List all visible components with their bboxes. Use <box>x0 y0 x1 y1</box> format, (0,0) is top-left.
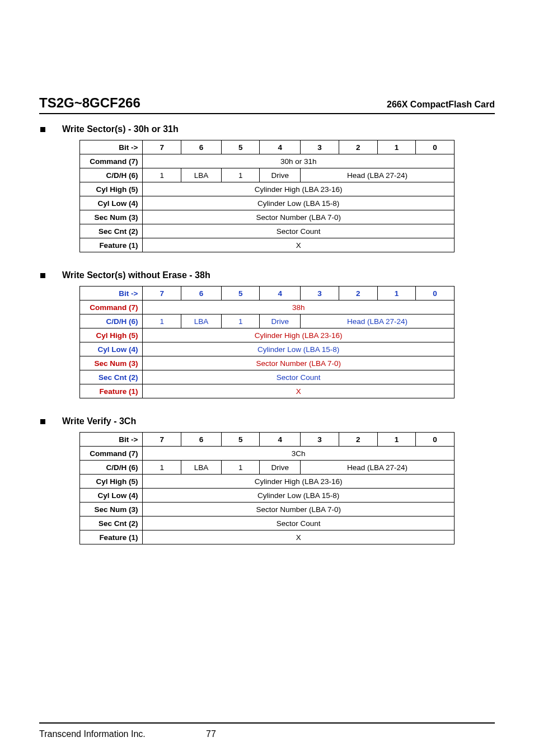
row-label: Cyl Low (4) <box>80 489 143 503</box>
bit-col: 5 <box>221 140 260 154</box>
row-label: Cyl Low (4) <box>80 196 143 210</box>
bit-col: 1 <box>377 287 416 300</box>
row-label: Feature (1) <box>80 238 143 252</box>
cell: Sector Count <box>143 516 455 530</box>
row-label: Cyl High (5) <box>80 182 143 196</box>
row-label: Sec Cnt (2) <box>80 224 143 238</box>
row-label: Feature (1) <box>80 530 143 544</box>
register-table: Bit -> 7 6 5 4 3 2 1 0 Command (7) 38h C… <box>79 286 455 398</box>
bit-col: 6 <box>181 287 222 300</box>
cell: X <box>143 384 455 398</box>
bullet-icon <box>40 127 45 132</box>
cell: Sector Count <box>143 370 455 384</box>
table-row: Sec Cnt (2) Sector Count <box>80 370 455 384</box>
content-area: TS2G~8GCF266 266X CompactFlash Card Writ… <box>39 34 495 722</box>
table-row: C/D/H (6) 1 LBA 1 Drive Head (LBA 27-24) <box>80 168 455 182</box>
bit-label: Bit -> <box>80 433 143 447</box>
cell: Drive <box>260 314 301 328</box>
bit-col: 0 <box>416 287 455 300</box>
table-row: Feature (1) X <box>80 530 455 544</box>
bit-col: 2 <box>339 433 377 447</box>
row-label: Sec Cnt (2) <box>80 370 143 384</box>
row-label: Feature (1) <box>80 384 143 398</box>
row-label: Sec Num (3) <box>80 356 143 370</box>
bit-col: 7 <box>143 287 181 300</box>
section-heading: Write Sector(s) - 30h or 31h <box>39 124 495 134</box>
footer-page: 77 <box>184 729 350 739</box>
product-title: TS2G~8GCF266 <box>39 95 140 111</box>
table-row: Sec Cnt (2) Sector Count <box>80 224 455 238</box>
table-row: Bit -> 7 6 5 4 3 2 1 0 <box>80 287 455 300</box>
bullet-icon <box>40 273 45 278</box>
cell: Cylinder High (LBA 23-16) <box>143 328 455 342</box>
bit-label: Bit -> <box>80 140 143 154</box>
bit-col: 2 <box>339 140 377 154</box>
bit-label: Bit -> <box>80 287 143 300</box>
bit-col: 5 <box>221 433 260 447</box>
row-label: Sec Cnt (2) <box>80 516 143 530</box>
table-row: Feature (1) X <box>80 384 455 398</box>
cell: 30h or 31h <box>143 154 455 168</box>
cell: 1 <box>143 461 181 475</box>
product-subtitle: 266X CompactFlash Card <box>387 100 495 110</box>
bit-col: 6 <box>181 433 222 447</box>
cell: Drive <box>260 168 301 182</box>
footer: Transcend Information Inc. 77 <box>39 722 495 739</box>
register-table: Bit -> 7 6 5 4 3 2 1 0 Command (7) 3Ch C… <box>79 432 455 544</box>
table-row: Command (7) 30h or 31h <box>80 154 455 168</box>
bit-col: 7 <box>143 140 181 154</box>
cell: Cylinder Low (LBA 15-8) <box>143 342 455 356</box>
row-label: Sec Num (3) <box>80 210 143 224</box>
row-label: C/D/H (6) <box>80 314 143 328</box>
table-row: Cyl Low (4) Cylinder Low (LBA 15-8) <box>80 196 455 210</box>
section-title: Write Sector(s) without Erase - 38h <box>62 270 210 280</box>
register-table: Bit -> 7 6 5 4 3 2 1 0 Command (7) 30h o… <box>79 140 455 252</box>
bit-col: 3 <box>301 287 339 300</box>
row-label: Cyl High (5) <box>80 328 143 342</box>
table-row: Command (7) 38h <box>80 300 455 314</box>
cell: 1 <box>143 314 181 328</box>
footer-spacer <box>350 729 495 739</box>
section-title: Write Sector(s) - 30h or 31h <box>62 124 179 134</box>
section-heading: Write Verify - 3Ch <box>39 416 495 426</box>
cell: Sector Number (LBA 7-0) <box>143 356 455 370</box>
cell: 3Ch <box>143 447 455 461</box>
table-row: Cyl High (5) Cylinder High (LBA 23-16) <box>80 475 455 489</box>
footer-company: Transcend Information Inc. <box>39 729 184 739</box>
cell: 1 <box>221 168 260 182</box>
bit-col: 4 <box>260 287 301 300</box>
cell: Cylinder High (LBA 23-16) <box>143 182 455 196</box>
cell: Cylinder Low (LBA 15-8) <box>143 489 455 503</box>
cell: Sector Number (LBA 7-0) <box>143 210 455 224</box>
cell: X <box>143 530 455 544</box>
bit-col: 2 <box>339 287 377 300</box>
row-label: Command (7) <box>80 300 143 314</box>
bit-col: 1 <box>377 433 416 447</box>
cell: LBA <box>181 461 222 475</box>
bit-col: 7 <box>143 433 181 447</box>
bit-col: 5 <box>221 287 260 300</box>
row-label: C/D/H (6) <box>80 461 143 475</box>
cell: Head (LBA 27-24) <box>301 168 455 182</box>
table-row: Bit -> 7 6 5 4 3 2 1 0 <box>80 433 455 447</box>
table-row: Sec Num (3) Sector Number (LBA 7-0) <box>80 503 455 516</box>
row-label: C/D/H (6) <box>80 168 143 182</box>
table-row: Cyl Low (4) Cylinder Low (LBA 15-8) <box>80 342 455 356</box>
table-row: Command (7) 3Ch <box>80 447 455 461</box>
cell: Sector Number (LBA 7-0) <box>143 503 455 516</box>
table-row: C/D/H (6) 1 LBA 1 Drive Head (LBA 27-24) <box>80 461 455 475</box>
cell: 1 <box>221 461 260 475</box>
cell: Drive <box>260 461 301 475</box>
table-row: Sec Num (3) Sector Number (LBA 7-0) <box>80 210 455 224</box>
row-label: Command (7) <box>80 447 143 461</box>
bit-col: 1 <box>377 140 416 154</box>
bit-col: 0 <box>416 433 455 447</box>
cell: X <box>143 238 455 252</box>
table-row: Bit -> 7 6 5 4 3 2 1 0 <box>80 140 455 154</box>
cell: 38h <box>143 300 455 314</box>
table-row: Cyl High (5) Cylinder High (LBA 23-16) <box>80 182 455 196</box>
row-label: Cyl High (5) <box>80 475 143 489</box>
table-row: Cyl High (5) Cylinder High (LBA 23-16) <box>80 328 455 342</box>
bit-col: 0 <box>416 140 455 154</box>
cell: LBA <box>181 314 222 328</box>
